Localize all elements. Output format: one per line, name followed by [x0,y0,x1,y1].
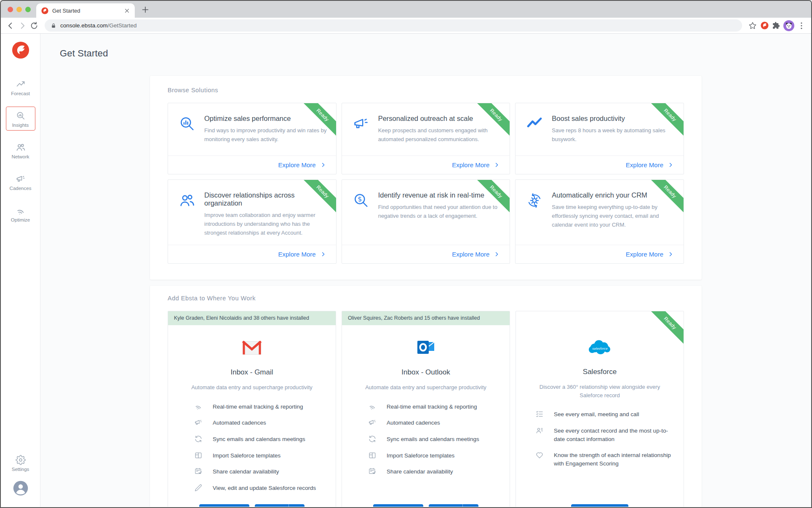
solution-card: Ready$Identify revenue at risk in real-t… [342,179,510,264]
feature-list: Real-time email tracking & reportingAuto… [342,403,510,476]
minimize-window-button[interactable] [16,7,22,12]
feature-text: Share calendar availability [387,468,453,476]
sidebar-bottom: Settings [6,451,35,507]
network-icon [16,142,26,152]
install-split-button[interactable]: Install [429,504,478,507]
integration-subtitle: Discover a 360° relationship view alongs… [516,383,684,399]
explore-more-label: Explore More [626,251,663,258]
people-icon [177,191,197,237]
solution-description: Improve team collaboration and enjoy war… [204,211,328,237]
explore-more-link[interactable]: Explore More [516,245,684,263]
explore-more-link[interactable]: Explore More [168,245,336,263]
page-title: Get Started [60,48,811,59]
integration-card: Oliver Squires, Zac Roberts and 15 other… [342,311,510,507]
feature-row: Sync emails and calendars meetings [194,435,327,444]
solution-card-body: $Identify revenue at risk in real-timeFi… [342,180,510,245]
browser-tab[interactable]: Get Started [36,3,135,18]
sidebar-item-label: Insights [12,123,29,128]
template-icon [368,451,377,460]
solution-title: Boost sales productivity [552,115,675,123]
sidebar-item-insights[interactable]: Insights [6,107,35,131]
solution-card-body: Discover relationships across organizati… [168,180,336,245]
card-buttons: Install [516,504,684,507]
integration-title: Inbox - Gmail [168,368,336,377]
megaphone-icon [194,418,203,427]
new-tab-button[interactable] [141,5,150,14]
close-tab-icon[interactable] [123,7,131,14]
url-host: console.ebsta.com [60,22,108,29]
feature-text: Sync emails and calendars meetings [387,435,479,444]
chevron-right-icon [668,251,673,257]
megaphone-icon [368,418,377,427]
integration-logo [342,340,510,358]
explore-more-link[interactable]: Explore More [516,155,684,174]
solution-card: ReadyPersonalized outreach at scaleKeep … [342,103,510,174]
feature-row: Share calendar availability [194,468,327,476]
explore-more-link[interactable]: Explore More [342,155,510,174]
explore-more-link[interactable]: Explore More [342,245,510,263]
forward-icon[interactable] [18,21,27,30]
solution-card: ReadyDiscover relationships across organ… [168,179,337,264]
refresh-icon [194,435,203,443]
sidebar-item-optimize[interactable]: Optimize [6,201,35,225]
chevron-down-icon[interactable] [463,504,478,507]
integration-subtitle: Automate data entry and supercharge prod… [342,383,510,392]
bookmark-star-icon[interactable] [748,21,757,30]
window-controls [8,7,31,12]
calendar-check-icon [194,467,203,476]
install-split-button[interactable]: Install [255,504,304,507]
install-button[interactable]: Install [255,504,288,507]
integration-logo [168,340,336,358]
card-buttons: Invite UserInstall [342,504,510,507]
solution-title: Optimize sales performance [204,115,328,123]
solution-title: Automatically enrich your CRM [552,191,675,199]
zoom-window-button[interactable] [25,7,31,12]
install-button[interactable]: Install [571,504,628,507]
browse-solutions-panel: Browse Solutions ReadyOptimize sales per… [150,76,702,280]
feature-row: Automated cadences [194,419,327,427]
extensions-puzzle-icon[interactable] [772,21,781,30]
profile-avatar[interactable] [783,20,794,31]
solution-card: ReadyBoost sales productivitySave reps 8… [515,103,684,174]
pencil-icon [194,484,203,492]
signal-icon [368,402,377,411]
app-sidebar: ForecastInsightsNetworkCadencesOptimize … [1,34,40,507]
close-window-button[interactable] [8,7,13,12]
sidebar-item-network[interactable]: Network [6,138,35,162]
ebsta-logo[interactable] [12,41,29,59]
explore-more-label: Explore More [452,161,489,168]
sidebar-item-label: Settings [12,467,29,472]
integrations-grid: Kyle Graden, Eleni Nicolaidis and 38 oth… [168,311,684,507]
solution-description: Keep prospects and customers engaged wit… [378,126,502,144]
feature-text: Sync emails and calendars meetings [213,435,305,444]
sidebar-nav: ForecastInsightsNetworkCadencesOptimize [6,75,35,225]
browser-menu-icon[interactable] [797,21,806,30]
calendar-check-icon [368,467,377,476]
invite-user-button[interactable]: Invite User [373,504,423,507]
user-avatar[interactable] [13,481,28,496]
ebsta-favicon-icon [41,7,48,14]
chevron-down-icon[interactable] [289,504,304,507]
sidebar-item-cadences[interactable]: Cadences [6,170,35,194]
integration-logo: salesforce [516,339,684,358]
tab-title: Get Started [52,8,123,14]
address-bar[interactable]: console.ebsta.com/GetStarted [45,19,742,32]
feature-text: Automated cadences [213,419,266,427]
installed-banner: Kyle Graden, Eleni Nicolaidis and 38 oth… [168,311,336,325]
install-button[interactable]: Install [429,504,462,507]
solution-card-body: Personalized outreach at scaleKeep prosp… [342,103,510,155]
tab-strip: Get Started [1,1,811,18]
invite-user-button[interactable]: Invite User [199,504,249,507]
back-icon[interactable] [6,21,15,30]
solution-description: Find opportunities that need your attent… [378,203,502,221]
svg-text:salesforce: salesforce [592,347,608,350]
ebsta-extension-icon[interactable] [760,21,769,30]
sidebar-item-settings[interactable]: Settings [6,451,35,475]
browse-solutions-heading: Browse Solutions [168,87,684,94]
feature-row: Real-time email tracking & reporting [194,403,327,411]
sidebar-item-forecast[interactable]: Forecast [6,75,35,99]
explore-more-link[interactable]: Explore More [168,155,336,174]
explore-more-label: Explore More [452,251,489,258]
signal-icon [194,402,203,411]
reload-icon[interactable] [29,21,39,30]
